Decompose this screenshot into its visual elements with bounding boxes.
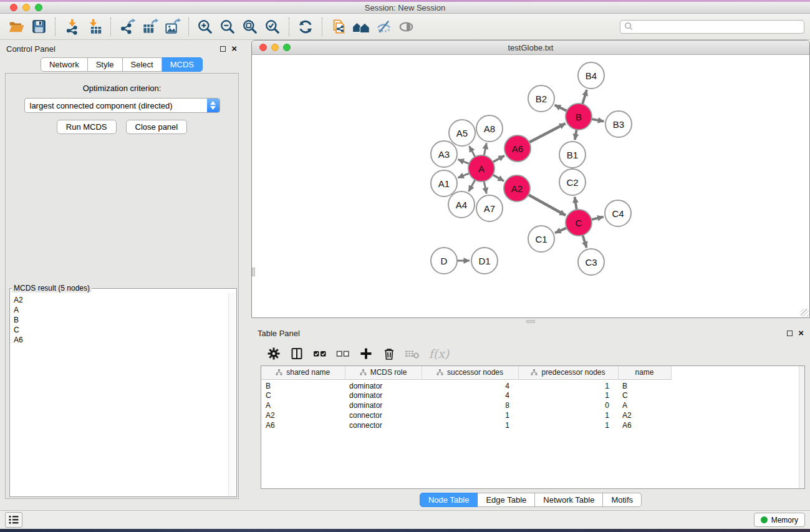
splitter-handle[interactable] bbox=[526, 320, 535, 323]
search-input[interactable] bbox=[636, 21, 804, 32]
export-image-button[interactable] bbox=[161, 16, 183, 38]
table-row[interactable]: A6connector11A6 bbox=[261, 420, 799, 430]
canvas-edge-handle[interactable] bbox=[252, 268, 255, 276]
graph-edge-A2-C[interactable] bbox=[528, 195, 566, 215]
graph-node-A7[interactable]: A7 bbox=[476, 195, 503, 221]
task-history-button[interactable] bbox=[5, 512, 22, 528]
graph-node-B[interactable]: B bbox=[566, 104, 592, 130]
graph-edge-C-C1[interactable] bbox=[555, 228, 567, 233]
list-item[interactable]: C bbox=[10, 325, 236, 335]
open-session-button[interactable] bbox=[5, 16, 27, 38]
close-panel-button[interactable]: Close panel bbox=[126, 120, 188, 134]
zoom-selected-button[interactable] bbox=[261, 16, 284, 38]
table-row[interactable]: Bdominator41B bbox=[261, 379, 799, 390]
tab-edge-table[interactable]: Edge Table bbox=[478, 493, 535, 507]
network-canvas[interactable]: B4B2BB3A8A5A6A3B1AC2A1A2A4A7C4CC1DD1C3 bbox=[252, 55, 809, 317]
column-header-predecessor-nodes[interactable]: predecessor nodes bbox=[518, 366, 618, 379]
graph-node-C4[interactable]: C4 bbox=[605, 200, 631, 226]
graph-edge-A-A1[interactable] bbox=[458, 173, 469, 178]
show-all-button[interactable] bbox=[395, 16, 417, 38]
tab-node-table[interactable]: Node Table bbox=[420, 493, 478, 507]
tab-select[interactable]: Select bbox=[123, 57, 162, 72]
graph-node-C1[interactable]: C1 bbox=[528, 226, 554, 252]
graph-node-A6[interactable]: A6 bbox=[504, 135, 531, 162]
graph-node-B4[interactable]: B4 bbox=[578, 62, 604, 89]
graph-edge-A6-B[interactable] bbox=[529, 123, 566, 142]
tab-motifs[interactable]: Motifs bbox=[603, 493, 642, 507]
close-panel-icon[interactable]: × bbox=[798, 330, 804, 336]
graph-edge-A-A5[interactable] bbox=[470, 146, 476, 157]
graph-edge-A-A4[interactable] bbox=[469, 180, 475, 191]
panel-splitter[interactable] bbox=[251, 318, 810, 324]
graph-node-A4[interactable]: A4 bbox=[448, 191, 475, 218]
column-header-name[interactable]: name bbox=[618, 366, 671, 379]
table-row[interactable]: A2connector11A2 bbox=[261, 410, 799, 420]
graph-edge-A-A6[interactable] bbox=[493, 156, 504, 162]
clone-network-button[interactable] bbox=[327, 16, 350, 38]
column-header-successor-nodes[interactable]: successor nodes bbox=[422, 366, 518, 379]
delete-table-button[interactable] bbox=[403, 345, 421, 362]
graph-edge-C-C2[interactable] bbox=[575, 197, 577, 210]
unselect-all-columns-button[interactable] bbox=[334, 345, 352, 362]
first-neighbors-button[interactable] bbox=[350, 16, 372, 38]
table-settings-button[interactable] bbox=[265, 345, 282, 362]
memory-button[interactable]: Memory bbox=[754, 513, 805, 527]
import-network-button[interactable] bbox=[60, 16, 83, 38]
graph-edge-B-B3[interactable] bbox=[592, 119, 604, 122]
close-panel-icon[interactable]: × bbox=[231, 46, 237, 52]
graph-edge-A-A7[interactable] bbox=[484, 181, 486, 194]
resize-grip[interactable] bbox=[801, 309, 809, 317]
export-table-button[interactable] bbox=[138, 16, 161, 38]
graph-edge-B-B1[interactable] bbox=[575, 130, 577, 140]
graph-edge-B-B2[interactable] bbox=[555, 105, 567, 111]
tab-style[interactable]: Style bbox=[88, 57, 123, 72]
table-row[interactable]: Cdominator41C bbox=[261, 390, 799, 400]
graph-edge-A-A8[interactable] bbox=[484, 143, 486, 156]
select-all-columns-button[interactable] bbox=[311, 345, 329, 362]
zoom-out-button[interactable] bbox=[216, 16, 239, 38]
zoom-in-button[interactable] bbox=[194, 16, 216, 38]
graph-node-A2[interactable]: A2 bbox=[504, 175, 530, 201]
import-table-button[interactable] bbox=[83, 16, 105, 38]
graph-node-A3[interactable]: A3 bbox=[431, 141, 457, 167]
graph-edge-A-A2[interactable] bbox=[493, 175, 504, 181]
create-column-button[interactable] bbox=[357, 345, 375, 362]
column-header-shared-name[interactable]: shared name bbox=[261, 366, 345, 379]
graph-node-B3[interactable]: B3 bbox=[605, 111, 632, 137]
zoom-fit-button[interactable] bbox=[239, 16, 261, 38]
graph-edge-C-C3[interactable] bbox=[582, 235, 586, 248]
float-panel-icon[interactable] bbox=[787, 331, 793, 336]
hide-selected-button[interactable] bbox=[372, 16, 395, 38]
graph-node-A5[interactable]: A5 bbox=[449, 120, 475, 146]
result-scrollbar[interactable] bbox=[228, 293, 236, 496]
export-network-button[interactable] bbox=[116, 16, 138, 38]
list-item[interactable]: A6 bbox=[10, 335, 236, 345]
criterion-dropdown[interactable]: largest connected component (directed) bbox=[24, 98, 220, 113]
show-columns-button[interactable] bbox=[288, 345, 306, 362]
graph-edge-B-B4[interactable] bbox=[582, 90, 587, 104]
graph-node-A1[interactable]: A1 bbox=[431, 170, 457, 196]
graph-node-D[interactable]: D bbox=[431, 248, 457, 274]
list-item[interactable]: B bbox=[10, 315, 236, 325]
function-builder-button[interactable]: f(x) bbox=[427, 345, 451, 362]
save-session-button[interactable] bbox=[27, 16, 50, 38]
delete-column-button[interactable] bbox=[380, 345, 398, 362]
graph-node-A8[interactable]: A8 bbox=[476, 115, 503, 142]
tab-mcds[interactable]: MCDS bbox=[162, 57, 203, 72]
graph-node-C[interactable]: C bbox=[566, 210, 592, 236]
graph-node-B1[interactable]: B1 bbox=[559, 142, 586, 168]
graph-edge-C-C4[interactable] bbox=[591, 217, 603, 220]
graph-edge-A-A3[interactable] bbox=[458, 160, 469, 164]
table-row[interactable]: Adominator80A bbox=[261, 400, 799, 410]
graph-node-C3[interactable]: C3 bbox=[578, 249, 604, 275]
list-item[interactable]: A bbox=[10, 305, 236, 315]
run-mcds-button[interactable]: Run MCDS bbox=[57, 120, 117, 134]
tab-network[interactable]: Network bbox=[41, 57, 88, 72]
float-panel-icon[interactable] bbox=[220, 46, 226, 52]
column-header-MCDS-role[interactable]: MCDS role bbox=[345, 366, 422, 379]
graph-node-B2[interactable]: B2 bbox=[528, 85, 554, 112]
tab-network-table[interactable]: Network Table bbox=[535, 493, 603, 507]
graph-node-A[interactable]: A bbox=[468, 155, 494, 181]
apply-layout-button[interactable] bbox=[294, 16, 317, 38]
list-item[interactable]: A2 bbox=[10, 295, 236, 305]
